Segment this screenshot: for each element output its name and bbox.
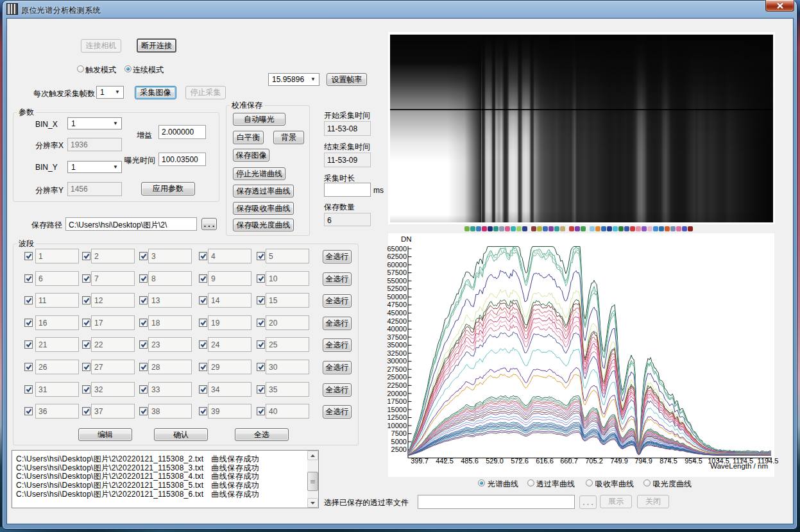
svg-text:749.9: 749.9 (610, 457, 628, 465)
svg-text:7500: 7500 (391, 429, 407, 437)
svg-text:45000: 45000 (387, 309, 407, 317)
svg-text:954.5: 954.5 (685, 457, 702, 465)
svg-text:52500: 52500 (387, 285, 407, 292)
svg-text:399.7: 399.7 (411, 457, 429, 465)
svg-text:10000: 10000 (387, 422, 407, 429)
svg-text:DN: DN (401, 235, 412, 243)
svg-text:47500: 47500 (387, 301, 407, 308)
svg-text:32500: 32500 (387, 349, 407, 357)
svg-text:572.6: 572.6 (511, 457, 529, 465)
svg-text:874.5: 874.5 (660, 457, 677, 465)
svg-text:485.6: 485.6 (461, 457, 479, 465)
svg-text:794.9: 794.9 (634, 457, 652, 465)
svg-text:2500: 2500 (391, 445, 407, 453)
svg-text:529.0: 529.0 (486, 457, 504, 465)
svg-text:20000: 20000 (387, 390, 407, 397)
svg-text:60000: 60000 (387, 261, 407, 269)
svg-text:50000: 50000 (387, 293, 407, 301)
svg-text:705.2: 705.2 (585, 457, 603, 465)
svg-text:22500: 22500 (387, 381, 407, 389)
svg-text:42500: 42500 (387, 317, 407, 325)
svg-text:35000: 35000 (387, 341, 407, 349)
svg-text:17500: 17500 (387, 397, 407, 405)
svg-text:37500: 37500 (387, 333, 407, 341)
svg-text:616.6: 616.6 (536, 457, 554, 465)
svg-text:65000: 65000 (387, 245, 407, 253)
svg-text:40000: 40000 (387, 325, 407, 333)
svg-text:WaveLength / nm: WaveLength / nm (710, 462, 768, 470)
svg-text:660.7: 660.7 (560, 457, 578, 465)
svg-text:12500: 12500 (387, 413, 407, 421)
svg-text:5000: 5000 (391, 438, 407, 445)
svg-text:62500: 62500 (387, 253, 407, 260)
svg-text:442.5: 442.5 (436, 457, 454, 465)
svg-text:27500: 27500 (387, 365, 407, 373)
svg-text:57500: 57500 (387, 269, 407, 276)
svg-text:55000: 55000 (387, 277, 407, 285)
svg-text:30000: 30000 (387, 357, 407, 365)
svg-text:15000: 15000 (387, 406, 407, 413)
svg-text:25000: 25000 (387, 373, 407, 381)
